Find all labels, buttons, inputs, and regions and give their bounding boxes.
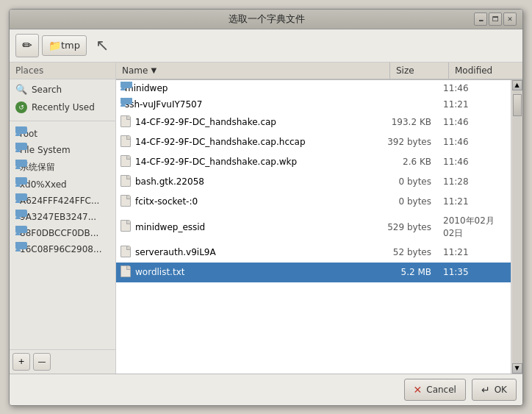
file-row[interactable]: 14-CF-92-9F-DC_handshake.cap.wkp2.6 KB11… [116, 152, 511, 172]
file-modified-cell: 11:21 [437, 98, 511, 111]
sidebar-folders: root File System 系统保留 xd0%Xxed A624FFF42… [10, 124, 115, 259]
file-row[interactable]: 14-CF-92-9F-DC_handshake.cap.hccap392 by… [116, 132, 511, 152]
recently-used-icon: ↺ [15, 101, 27, 113]
sidebar: Places 🔍 Search ↺ Recently Used root [10, 63, 116, 374]
file-modified-cell: 11:46 [437, 155, 511, 168]
scroll-down-button[interactable]: ▼ [512, 363, 522, 374]
cancel-button[interactable]: ✕ Cancel [404, 379, 466, 401]
file-name-cell: 14-CF-92-9F-DC_handshake.cap [116, 114, 378, 131]
file-name-cell: serverauth.v9iL9A [116, 244, 378, 261]
file-name-text: serverauth.v9iL9A [135, 247, 216, 257]
sidebar-quick-access: 🔍 Search ↺ Recently Used [10, 79, 115, 118]
sidebar-88f0-label: 88F0DBCCF0DB... [20, 228, 98, 238]
scroll-up-button[interactable]: ▲ [512, 80, 522, 90]
scroll-thumb[interactable] [513, 94, 522, 116]
file-name-cell: ssh-vuJFvuIY7507 [116, 98, 378, 111]
search-icon: 🔍 [15, 84, 27, 96]
dialog-title: 选取一个字典文件 [60, 13, 474, 26]
minimize-button[interactable]: 🗕 [474, 13, 487, 26]
sidebar-item-9a32[interactable]: 9A3247EB3247... [10, 209, 115, 225]
file-size-cell: 0 bytes [378, 175, 437, 188]
path-bar: 📁 tmp [42, 35, 87, 56]
sidebar-9a32-label: 9A3247EB3247... [20, 212, 96, 222]
sidebar-header: Places [10, 63, 115, 79]
file-modified-cell: 11:21 [437, 246, 511, 259]
dialog-footer: ✕ Cancel ↵ OK [10, 374, 522, 405]
file-modified-cell: 11:28 [437, 175, 511, 188]
file-dialog: 选取一个字典文件 🗕 🗖 ✕ ✏ 📁 tmp ↖ Places 🔍 [9, 9, 523, 406]
file-type-icon [121, 265, 131, 279]
file-modified-cell: 11:46 [437, 135, 511, 149]
cancel-icon: ✕ [414, 384, 423, 396]
file-list: minidwep11:46ssh-vuJFvuIY750711:2114-CF-… [116, 80, 511, 374]
titlebar-controls: 🗕 🗖 ✕ [474, 13, 517, 26]
file-row[interactable]: wordlist.txt5.2 MB11:35 [116, 263, 511, 282]
sidebar-item-root[interactable]: root [10, 126, 115, 142]
sidebar-item-filesystem[interactable]: File System [10, 142, 115, 158]
file-row[interactable]: serverauth.v9iL9A52 bytes11:21 [116, 243, 511, 263]
file-type-icon [121, 175, 131, 189]
sort-icon: ▼ [151, 66, 157, 74]
file-row[interactable]: 14-CF-92-9F-DC_handshake.cap193.2 KB11:4… [116, 113, 511, 132]
folder-icon-small: 📁 [48, 40, 61, 51]
main-content: Places 🔍 Search ↺ Recently Used root [10, 63, 522, 374]
cancel-label: Cancel [426, 385, 456, 395]
sidebar-recently-label: Recently Used [32, 102, 95, 113]
sidebar-bottom: + — [10, 349, 115, 374]
file-name-cell: wordlist.txt [116, 264, 378, 281]
sidebar-item-reserved[interactable]: 系统保留 [10, 158, 115, 176]
sidebar-remove-button[interactable]: — [33, 353, 51, 371]
scrollbar[interactable]: ▲ ▼ [511, 80, 522, 374]
file-name-text: ssh-vuJFvuIY7507 [125, 99, 202, 110]
file-modified-cell: 11:35 [437, 265, 511, 279]
sidebar-item-xd0[interactable]: xd0%Xxed [10, 176, 115, 193]
file-name-cell: minidwep_essid [116, 218, 378, 235]
file-name-text: fcitx-socket-:0 [135, 196, 198, 207]
ok-icon: ↵ [481, 384, 490, 396]
sidebar-item-search[interactable]: 🔍 Search [10, 81, 115, 99]
column-header-size[interactable]: Size [390, 63, 449, 79]
file-list-header: Name ▼ Size Modified [116, 63, 522, 80]
file-name-cell: 14-CF-92-9F-DC_handshake.cap.hccap [116, 134, 378, 151]
file-name-text: minidwep_essid [135, 222, 205, 232]
column-header-modified[interactable]: Modified [449, 63, 522, 79]
edit-icon: ✏ [22, 38, 32, 52]
close-button[interactable]: ✕ [503, 13, 517, 26]
scroll-track[interactable] [512, 90, 522, 363]
sidebar-item-16c0[interactable]: 16C08F96C2908... [10, 241, 115, 257]
toolbar: ✏ 📁 tmp ↖ [10, 29, 522, 63]
sidebar-item-recently-used[interactable]: ↺ Recently Used [10, 99, 115, 116]
file-type-icon [121, 220, 131, 234]
recently-icon-circle: ↺ [15, 101, 27, 113]
file-size-cell: 193.2 KB [378, 115, 437, 129]
file-row[interactable]: fcitx-socket-:00 bytes11:21 [116, 192, 511, 212]
file-size-cell [378, 87, 437, 90]
column-header-name[interactable]: Name ▼ [116, 63, 390, 79]
file-type-icon [121, 195, 131, 209]
sidebar-a624-label: A624FFF424FFC... [20, 196, 99, 206]
file-name-cell: bash.gtk.22058 [116, 174, 378, 190]
file-name-cell: fcitx-socket-:0 [116, 193, 378, 210]
file-name-cell: 14-CF-92-9F-DC_handshake.cap.wkp [116, 154, 378, 171]
file-row[interactable]: minidwep11:46 [116, 80, 511, 96]
maximize-button[interactable]: 🗖 [489, 13, 502, 26]
sidebar-item-a624[interactable]: A624FFF424FFC... [10, 193, 115, 209]
file-modified-cell: 2010年02月02日 [437, 213, 511, 241]
file-modified-cell: 11:46 [437, 115, 511, 129]
sidebar-add-button[interactable]: + [12, 353, 30, 371]
file-modified-cell: 11:21 [437, 195, 511, 208]
file-name-text: bash.gtk.22058 [135, 176, 204, 187]
sidebar-item-88f0[interactable]: 88F0DBCCF0DB... [10, 225, 115, 241]
file-size-cell [378, 103, 437, 106]
file-type-icon [121, 115, 131, 129]
folder-path-button[interactable]: 📁 tmp [42, 35, 87, 56]
file-row[interactable]: ssh-vuJFvuIY750711:21 [116, 96, 511, 113]
file-row[interactable]: bash.gtk.220580 bytes11:28 [116, 172, 511, 192]
column-modified-label: Modified [455, 65, 492, 76]
column-name-label: Name [122, 65, 148, 76]
edit-button[interactable]: ✏ [15, 34, 39, 57]
ok-button[interactable]: ↵ OK [472, 379, 517, 401]
file-row[interactable]: minidwep_essid529 bytes2010年02月02日 [116, 212, 511, 243]
file-size-cell: 2.6 KB [378, 155, 437, 168]
file-name-text: 14-CF-92-9F-DC_handshake.cap.hccap [135, 137, 306, 147]
